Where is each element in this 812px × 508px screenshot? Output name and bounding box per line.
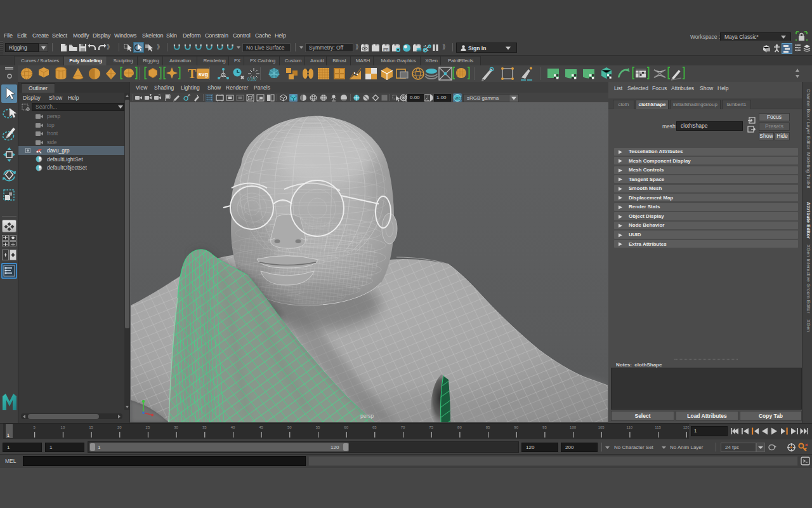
svg-text:55: 55	[316, 425, 320, 429]
svg-text:0,0,0: 0,0,0	[247, 77, 257, 81]
svg-text:20: 20	[117, 425, 122, 429]
svg-text:svg: svg	[199, 71, 209, 77]
svg-text:120: 120	[683, 425, 689, 429]
svg-text:85: 85	[486, 425, 490, 429]
svg-text:100: 100	[570, 425, 577, 429]
svg-text:30: 30	[174, 425, 178, 429]
svg-text:25: 25	[146, 425, 150, 429]
svg-text:80: 80	[457, 425, 462, 429]
svg-text:70: 70	[401, 425, 405, 429]
svg-text:60: 60	[344, 425, 348, 429]
svg-text:IPR: IPR	[383, 48, 388, 51]
svg-text:10: 10	[61, 425, 65, 429]
svg-text:110: 110	[627, 425, 633, 429]
svg-text:115: 115	[655, 425, 661, 429]
svg-text:5: 5	[34, 425, 36, 429]
svg-text:45: 45	[259, 425, 263, 429]
svg-text:50: 50	[287, 425, 292, 429]
svg-text:persp: persp	[360, 413, 374, 419]
svg-text:95: 95	[542, 425, 547, 429]
svg-text:15: 15	[89, 425, 93, 429]
svg-text:40: 40	[231, 425, 235, 429]
svg-text:75: 75	[429, 425, 433, 429]
svg-text:sRGB: sRGB	[455, 96, 462, 100]
svg-text:105: 105	[598, 425, 605, 429]
svg-text:65: 65	[372, 425, 377, 429]
svg-text:90: 90	[514, 425, 518, 429]
svg-text:35: 35	[202, 425, 207, 429]
